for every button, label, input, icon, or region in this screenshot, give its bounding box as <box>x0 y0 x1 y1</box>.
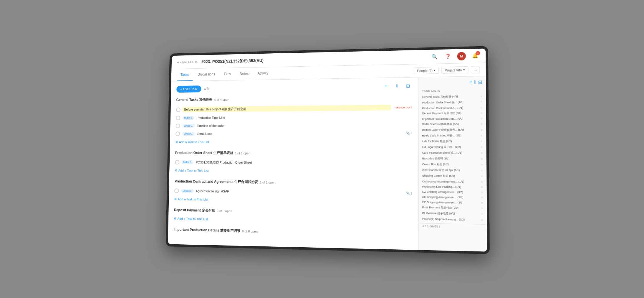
sidebar-list-item[interactable]: Inner Carton 内盒 for 6pk (1/1) ≡ <box>418 167 486 173</box>
people-button[interactable]: People (4) ▾ <box>414 67 439 74</box>
sidebar-list-item[interactable]: Lids for Bottle 瓶盖 (2/2) ≡ <box>418 138 486 144</box>
sidebar-list-item[interactable]: Barcodes 条形码 (1/1) ≡ <box>418 156 486 162</box>
sidebar-list-item[interactable]: Bottle Specs 杯体规格表 (5/5) ≡ <box>418 121 486 127</box>
sidebar-grid-view-icon[interactable]: ⊟ <box>478 79 482 85</box>
add-to-list-button[interactable]: ⊕ Add a Task to This List <box>175 167 412 174</box>
sidebar-list-name: Deposit Payment 定金付款 (0/0) <box>422 111 480 115</box>
grid-view-button[interactable]: ⊟ <box>403 81 412 90</box>
sidebar-list-menu-icon[interactable]: ≡ <box>481 128 482 131</box>
task-checkbox[interactable] <box>176 107 180 112</box>
sidebar-list-item[interactable]: Final Payment 尾款付款 (0/0) ≡ <box>418 204 487 211</box>
sidebar-list-name: Important Production Deta... (0/0) <box>422 117 481 120</box>
sidebar-list-name: DE Shipping Arrangement... (3/3) <box>422 195 481 199</box>
task-name[interactable]: Before you start this project 项目生产开始之前 <box>182 105 391 112</box>
add-to-list-button[interactable]: ⊕ Add a Task to This List <box>174 196 412 205</box>
sidebar-list-menu-icon[interactable]: ≡ <box>480 111 482 114</box>
task-name[interactable]: Production Time Line <box>196 114 412 119</box>
sidebar-list-name: Care Instruction Sheet 说... (1/1) <box>422 151 481 155</box>
sidebar-list-menu-icon[interactable]: ≡ <box>480 117 482 120</box>
sidebar-list-menu-icon[interactable]: ≡ <box>481 163 483 166</box>
assignee-chip[interactable]: Miller Z. <box>182 116 194 120</box>
task-item: Linda C. Agreement to sign ASAP 📎 1 <box>174 187 412 197</box>
task-name[interactable]: Agreement to sign ASAP <box>196 189 403 195</box>
sidebar-list-menu-icon[interactable]: ≡ <box>481 174 483 178</box>
task-name[interactable]: Extra Stock <box>196 131 403 136</box>
sidebar-column-view-icon[interactable]: ⦀ <box>474 79 476 85</box>
sidebar-list-menu-icon[interactable]: ≡ <box>481 212 483 216</box>
project-info-button[interactable]: Project Info ▾ <box>441 66 468 73</box>
sidebar-list-item[interactable]: Production Order Sheet 生... (1/1) ≡ <box>418 99 486 106</box>
sidebar-list-item[interactable]: Lid Logo Printing 盖子的... (2/2) ≡ <box>418 144 486 150</box>
sidebar-list-name: PO353(2) Shipment arrang... (2/2) <box>422 217 481 221</box>
sort-icon[interactable]: ≡✎ <box>204 86 209 91</box>
task-name[interactable]: Timeline of the order <box>197 123 412 127</box>
task-checkbox[interactable] <box>176 131 180 136</box>
task-checkbox[interactable] <box>176 116 180 120</box>
sidebar-list-menu-icon[interactable]: ≡ <box>481 134 482 137</box>
sidebar-list-item[interactable]: Important Production Deta... (0/0) ≡ <box>418 116 486 121</box>
sidebar-list-menu-icon[interactable]: ≡ <box>481 122 482 125</box>
nav-tabs: Tasks Discussions Files Notes Activity <box>176 67 272 81</box>
assignee-chip[interactable]: Linda C. <box>182 124 194 128</box>
sidebar-list-menu-icon[interactable]: ≡ <box>481 190 483 194</box>
section-title: General Tasks 其他任务 <box>176 97 212 102</box>
sidebar-list-item[interactable]: Outsourced Incoming Prod... (1/1) ≡ <box>418 179 486 184</box>
sidebar-list-item[interactable]: DE Shipping Arrangement... (3/3) ≡ <box>418 194 487 200</box>
tab-discussions[interactable]: Discussions <box>193 68 219 81</box>
task-name[interactable]: PO351,352M353 Production Order Sheet <box>196 160 412 164</box>
sidebar-list-menu-icon[interactable]: ≡ <box>481 151 482 154</box>
sidebar-list-item[interactable]: General Tasks 其他任务 (4/4) ≡ <box>418 93 486 100</box>
tab-tasks[interactable]: Tasks <box>176 69 193 81</box>
sidebar-list-item[interactable]: PO353(2) Shipment arrang... (2/2) ≡ <box>418 216 487 222</box>
sidebar-list-item[interactable]: Deposit Payment 定金付款 (0/0) ≡ <box>418 110 486 116</box>
task-checkbox[interactable] <box>174 188 179 193</box>
sidebar-list-name: Bottom Laser Printing 激光... (5/5) <box>422 128 481 132</box>
sidebar-list-item[interactable]: Care Instruction Sheet 说... (1/1) ≡ <box>418 150 486 156</box>
sidebar-list-menu-icon[interactable]: ≡ <box>481 139 482 143</box>
sidebar-list-menu-icon[interactable]: ≡ <box>481 180 483 183</box>
list-view-button[interactable]: ≡ <box>382 82 390 90</box>
sidebar-list-menu-icon[interactable]: ≡ <box>481 218 483 221</box>
sidebar-list-menu-icon[interactable]: ≡ <box>481 206 483 210</box>
sidebar-list-item[interactable]: Colour Box 彩盒 (2/2) ≡ <box>418 161 486 167</box>
tab-notes[interactable]: Notes <box>236 67 252 80</box>
tab-activity[interactable]: Activity <box>253 67 272 80</box>
sidebar-list-item[interactable]: Production Contract and A... (1/1) ≡ <box>418 105 486 111</box>
chevron-down-icon: ▾ <box>463 68 465 72</box>
search-button[interactable]: 🔍 <box>430 52 439 61</box>
sidebar-list-item[interactable]: Bottom Laser Printing 激光... (5/5) ≡ <box>418 127 486 133</box>
sidebar-list-menu-icon[interactable]: ≡ <box>481 169 483 172</box>
sidebar-list-item[interactable]: DE Shipping Arrangement... (3/3) ≡ <box>418 199 487 205</box>
sidebar-list-item[interactable]: Shipping Carton 外箱 (6/6) ≡ <box>418 173 486 179</box>
sidebar-list-item[interactable]: Bottle Logo Printing 杯身... (5/5) ≡ <box>418 133 486 139</box>
section-important-production: Important Production Details 重要生产细节 0 of… <box>173 227 412 237</box>
notification-button[interactable]: 🔔 4 <box>471 51 479 60</box>
sidebar-list-menu-icon[interactable]: ≡ <box>481 201 483 204</box>
sidebar-list-menu-icon[interactable]: ≡ <box>481 196 483 199</box>
add-to-list-button[interactable]: ⊕ Add a Task to This List <box>175 138 412 145</box>
sidebar-list-view-icon[interactable]: ≡ <box>469 79 472 85</box>
task-checkbox[interactable] <box>175 160 179 164</box>
section-title: Deposit Payment 定金付款 <box>174 208 215 213</box>
sidebar-list-menu-icon[interactable]: ≡ <box>480 95 482 98</box>
assignee-chip[interactable]: Linda C. <box>181 189 193 193</box>
sidebar-list-menu-icon[interactable]: ≡ <box>481 157 482 160</box>
sidebar-list-menu-icon[interactable]: ≡ <box>480 106 482 109</box>
assignee-chip[interactable]: Miller Z. <box>181 160 193 164</box>
column-view-button[interactable]: ⦀ <box>393 82 401 90</box>
tab-files[interactable]: Files <box>220 68 235 80</box>
add-task-button[interactable]: + Add a Task <box>176 85 201 93</box>
sidebar-list-menu-icon[interactable]: ≡ <box>480 100 482 103</box>
assignee-chip[interactable]: Linda C. <box>182 132 194 136</box>
sidebar-list-name: General Tasks 其他任务 (4/4) <box>422 94 480 99</box>
sidebar-list-item[interactable]: NZ Shipping Arrangement... (3/3) ≡ <box>418 189 487 195</box>
back-to-projects[interactable]: ◂ < PROJECTS <box>177 60 198 64</box>
task-checkbox[interactable] <box>176 124 180 128</box>
user-avatar[interactable]: M <box>457 52 466 60</box>
sidebar-list-menu-icon[interactable]: ≡ <box>481 145 482 149</box>
add-to-list-button[interactable]: ⊕ Add a Task to This List <box>174 215 412 225</box>
more-options-button[interactable]: ... <box>471 66 479 73</box>
sidebar-list-item[interactable]: Production Line Packing... (1/1) ≡ <box>418 184 486 190</box>
sidebar-list-menu-icon[interactable]: ≡ <box>481 185 483 189</box>
help-button[interactable]: ❓ <box>443 52 452 60</box>
